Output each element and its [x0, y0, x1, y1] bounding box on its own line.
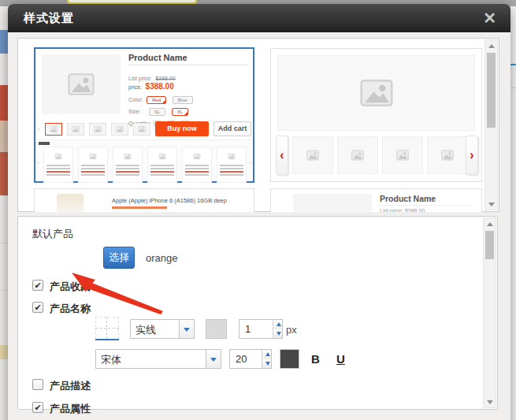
text-line [220, 174, 243, 176]
related-product-card[interactable] [217, 147, 247, 183]
related-product-card[interactable] [147, 147, 177, 183]
settings-panel: 默认产品 选择 orange ✔ 产品收藏 ✔ 产品名称 实线 px [17, 216, 498, 410]
border-color-swatch[interactable] [206, 319, 227, 339]
selected-product-value: orange [146, 252, 177, 264]
price-line [46, 171, 70, 173]
text-line [150, 174, 174, 176]
checkbox-product-favorite[interactable]: ✔ [32, 280, 43, 291]
related-product-card[interactable] [182, 147, 212, 183]
template-option-4[interactable]: Product Name List price: $388.00 [270, 188, 482, 212]
select-button[interactable]: 选择 [103, 247, 135, 269]
page-left-sliver [0, 6, 8, 420]
checkbox-product-description[interactable] [32, 379, 43, 390]
text-line [46, 168, 70, 169]
carousel-thumbnail[interactable] [337, 136, 378, 174]
image-icon [395, 149, 410, 162]
template4-list-price: List price: $388.00 [380, 208, 425, 212]
settings-scrollbar[interactable] [483, 217, 496, 408]
spinner-down-icon[interactable] [273, 329, 282, 339]
thumbnail[interactable] [89, 123, 106, 136]
spinner-down-icon[interactable] [262, 359, 271, 369]
page-left-blue-block [0, 30, 8, 54]
text-line [116, 168, 139, 169]
chevron-down-icon[interactable] [179, 320, 194, 338]
scrollbar-thumb[interactable] [487, 53, 496, 128]
page-left-banner-red1 [0, 85, 8, 121]
scroll-down-arrow[interactable] [485, 199, 497, 210]
image-icon [192, 153, 202, 160]
carousel-thumbnail[interactable] [292, 136, 333, 174]
related-product-card[interactable] [113, 147, 143, 183]
scrollbar-thumb[interactable] [485, 231, 494, 259]
image-icon [71, 125, 80, 133]
thumbnail[interactable] [133, 123, 150, 136]
text-line [81, 168, 105, 169]
carousel-thumbnail[interactable] [427, 136, 468, 174]
thumbnail-selected[interactable] [45, 123, 62, 136]
font-family-select[interactable]: 宋体 [95, 349, 221, 369]
scroll-down-arrow[interactable] [484, 396, 496, 407]
chevron-down-icon[interactable] [206, 350, 221, 368]
thumbnail[interactable] [67, 123, 84, 136]
buy-now-button[interactable]: Buy now [155, 121, 209, 136]
size-label: Size: [128, 109, 141, 114]
border-style-select[interactable]: 实线 [130, 319, 195, 339]
image-icon [49, 125, 58, 133]
bold-button[interactable]: B [311, 352, 320, 366]
close-icon[interactable]: ✕ [483, 10, 496, 26]
dialog-header: 样式设置 ✕ [8, 4, 510, 32]
text-line [46, 165, 70, 166]
thumb-prev-arrow[interactable]: ‹ [38, 127, 39, 132]
divider [380, 205, 473, 206]
page-right-gray-line [510, 87, 516, 88]
border-style-value: 实线 [131, 320, 179, 338]
text-line [46, 174, 70, 176]
carousel-thumbnail[interactable] [382, 136, 423, 174]
page-left-line [0, 243, 8, 243]
image-icon [123, 153, 132, 160]
font-family-value: 宋体 [96, 350, 206, 368]
related-prev-arrow[interactable]: ‹ [37, 159, 39, 166]
style-settings-dialog: 样式设置 ✕ Product Name List price: $388.00 … [8, 4, 510, 420]
price-label: price: [128, 84, 142, 90]
add-cart-button[interactable]: Add cart [213, 121, 251, 136]
related-product-card[interactable] [43, 147, 73, 183]
page-left-banner-red2 [0, 152, 8, 195]
checkbox-product-attributes[interactable]: ✔ [32, 402, 43, 413]
related-product-card[interactable] [78, 147, 108, 183]
template-option-2[interactable]: ‹ › [270, 48, 482, 182]
image-icon [115, 125, 124, 133]
check-icon: ✔ [34, 403, 41, 412]
product-favorite-label: 产品收藏 [50, 280, 91, 294]
border-width-input[interactable] [239, 320, 273, 338]
price-line [150, 171, 174, 173]
border-side-picker[interactable] [95, 317, 119, 340]
template-preview-panel: Product Name List price: $388.00 price: … [17, 38, 499, 212]
related-next-arrow[interactable]: › [249, 159, 251, 166]
color-label: Color: [128, 97, 143, 102]
spinner-up-icon[interactable] [273, 320, 282, 329]
carousel-next-arrow[interactable]: › [466, 136, 478, 175]
underline-button[interactable]: U [336, 352, 345, 366]
preview-scrollbar[interactable] [484, 39, 498, 210]
scroll-up-arrow[interactable] [484, 218, 496, 229]
image-icon [350, 149, 366, 162]
template-option-3[interactable]: Apple (Apple) iPhone 6 (A1586) 16GB deep [34, 188, 254, 212]
font-size-input[interactable] [230, 350, 262, 368]
scroll-up-arrow[interactable] [485, 40, 497, 51]
page-right-blue-line [510, 64, 516, 65]
checkbox-product-name[interactable]: ✔ [32, 302, 43, 313]
price-line [116, 171, 139, 173]
price-line [185, 171, 209, 173]
text-line [220, 165, 243, 166]
picker-frame [95, 317, 119, 339]
px-unit-label: px [286, 324, 297, 336]
thumbnail[interactable] [111, 123, 128, 136]
related-title-bar [39, 142, 50, 145]
carousel-prev-arrow[interactable]: ‹ [276, 136, 288, 175]
template-option-1-selected[interactable]: Product Name List price: $388.00 price: … [34, 47, 254, 183]
template4-product-name: Product Name [380, 194, 436, 203]
font-color-swatch[interactable] [280, 349, 299, 369]
spinner-up-icon[interactable] [262, 350, 271, 359]
font-size-input-wrap [229, 349, 272, 369]
